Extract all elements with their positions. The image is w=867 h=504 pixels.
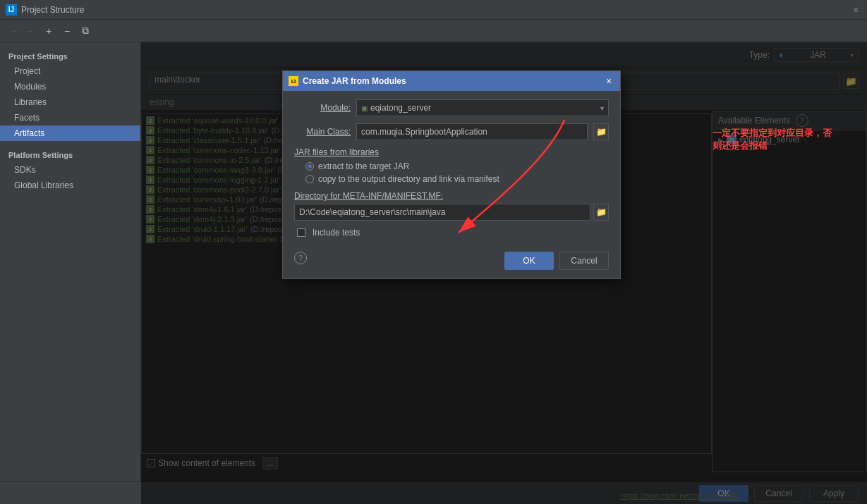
radio-copy-circle (305, 175, 314, 183)
manifest-input[interactable] (294, 204, 590, 221)
sidebar-item-global-libraries[interactable]: Global Libraries (0, 178, 140, 193)
title-bar: IJ Project Structure × (0, 0, 867, 20)
dialog-ok-button[interactable]: OK (504, 252, 554, 270)
module-combo-arrow: ▾ (600, 104, 604, 112)
module-combo-icon: ▣ (361, 104, 368, 112)
dialog-body: Module: ▣ eqiatong_server ▾ Main Class: (283, 91, 620, 246)
jar-files-title: JAR files from libraries (294, 147, 379, 157)
sidebar-item-libraries[interactable]: Libraries (0, 94, 140, 110)
include-tests-label: Include tests (313, 228, 360, 238)
radio-extract[interactable]: extract to the target JAR (305, 161, 609, 171)
remove-button[interactable]: − (59, 23, 75, 39)
create-jar-dialog: IJ Create JAR from Modules × Module: ▣ e… (282, 70, 621, 279)
dialog-title-bar: IJ Create JAR from Modules × (283, 71, 620, 91)
project-settings-title: Project Settings (0, 48, 140, 63)
nav-forward-button[interactable]: → (23, 25, 35, 37)
dialog-title: Create JAR from Modules (303, 76, 599, 86)
radio-copy[interactable]: copy to the output directory and link vi… (305, 174, 609, 184)
manifest-folder-button[interactable]: 📁 (593, 204, 609, 221)
include-tests-row: Include tests (294, 228, 609, 238)
content-area: Type: ♦ JAR ▾ main\docker 📁 essing (141, 42, 867, 504)
dialog-close-button[interactable]: × (603, 75, 614, 87)
radio-group: extract to the target JAR copy to the ou… (294, 161, 609, 184)
sidebar-item-artifacts[interactable]: Artifacts (0, 125, 140, 141)
dialog-cancel-button[interactable]: Cancel (559, 252, 609, 270)
sidebar-item-project[interactable]: Project (0, 63, 140, 79)
copy-button[interactable]: ⧉ (78, 23, 93, 39)
sidebar-item-modules[interactable]: Modules (0, 79, 140, 94)
add-button[interactable]: + (41, 23, 56, 39)
window-title: Project Structure (21, 5, 850, 15)
platform-settings-title: Platform Settings (0, 147, 140, 162)
main-class-input[interactable] (356, 123, 588, 140)
main-class-row: Main Class: 📁 (294, 123, 609, 140)
nav-back-button[interactable]: ← (8, 25, 21, 37)
dialog-buttons: ? OK Cancel (283, 246, 620, 278)
module-label: Module: (294, 103, 351, 113)
sidebar-item-sdks[interactable]: SDKs (0, 162, 140, 178)
module-combo[interactable]: ▣ eqiatong_server ▾ (356, 99, 609, 116)
manifest-label: Directory for META-INF/MANIFEST.MF: (294, 191, 609, 201)
dialog-overlay: IJ Create JAR from Modules × Module: ▣ e… (141, 42, 867, 504)
main-class-label: Main Class: (294, 127, 351, 137)
main-class-folder-button[interactable]: 📁 (593, 123, 609, 140)
jar-files-section: JAR files from libraries extract to the … (294, 147, 609, 184)
dialog-title-icon: IJ (289, 76, 298, 86)
sidebar-item-facets[interactable]: Facets (0, 110, 140, 125)
main-toolbar: ← → + − ⧉ (0, 20, 867, 42)
main-layout: Project Settings Project Modules Librari… (0, 42, 867, 504)
close-button[interactable]: × (850, 4, 861, 16)
module-row: Module: ▣ eqiatong_server ▾ (294, 99, 609, 116)
dialog-help-button[interactable]: ? (294, 252, 307, 264)
manifest-input-row: 📁 (294, 204, 609, 221)
include-tests-checkbox[interactable] (297, 228, 305, 237)
sidebar: Project Settings Project Modules Librari… (0, 42, 141, 504)
nav-arrows: ← → (6, 25, 38, 37)
app-icon: IJ (6, 4, 17, 16)
manifest-row: Directory for META-INF/MANIFEST.MF: 📁 (294, 191, 609, 221)
radio-extract-circle (305, 162, 314, 171)
